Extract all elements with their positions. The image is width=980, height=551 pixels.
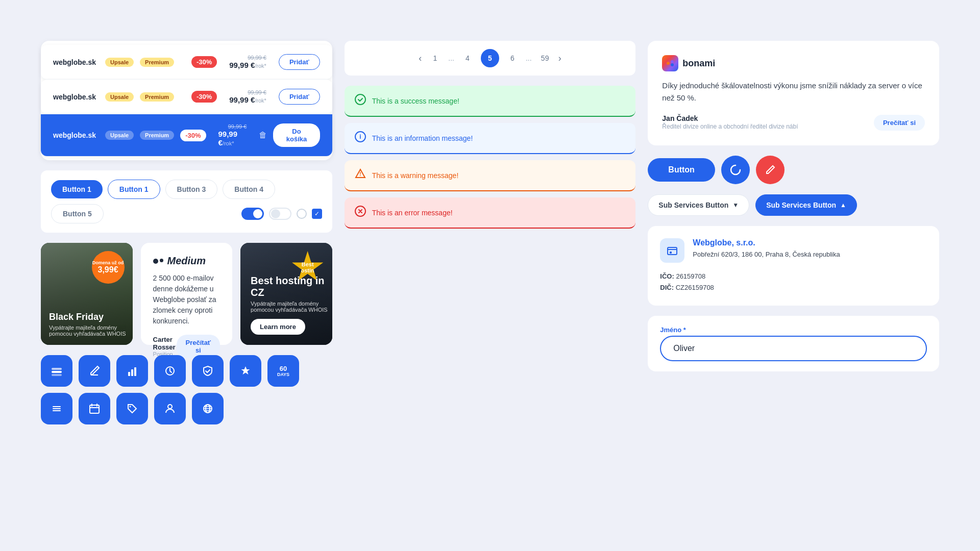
chevron-down-icon-2: ▲ <box>840 202 846 209</box>
icon-shield-check[interactable] <box>192 355 224 387</box>
edit-btn[interactable] <box>756 156 785 184</box>
discount-badge-1: -30% <box>191 56 217 68</box>
toggle-on[interactable] <box>241 208 264 220</box>
radio-unchecked[interactable] <box>297 209 307 219</box>
svg-point-21 <box>671 60 674 63</box>
premium-badge-3: Premium <box>140 131 174 140</box>
checkbox-checked[interactable]: ✓ <box>312 209 322 219</box>
bf-text: Black Friday Vypátrajte majiteľa domény … <box>49 312 133 337</box>
sub-services-row: Sub Services Button ▼ Sub Services Butto… <box>648 194 939 216</box>
medium-dot-1 <box>153 259 158 264</box>
loading-btn[interactable] <box>721 156 750 184</box>
svg-rect-23 <box>668 247 677 255</box>
medium-dot-2 <box>160 259 163 262</box>
discount-badge-2: -30% <box>191 91 217 103</box>
svg-rect-7 <box>53 406 61 407</box>
mid-column: ‹ 1 ... 4 5 6 ... 59 › This is a success… <box>345 41 636 229</box>
button-1-primary[interactable]: Button 1 <box>51 180 103 198</box>
buttons-panel: Button 1 Button 1 Button 3 Button 4 Butt… <box>41 170 332 233</box>
medium-wordmark: Medium <box>167 255 206 267</box>
cart-button[interactable]: Do košíka <box>273 123 320 147</box>
svg-rect-0 <box>52 371 62 373</box>
page-btn-6[interactable]: 6 <box>503 49 522 67</box>
svg-rect-1 <box>52 368 62 370</box>
button-3[interactable]: Button 3 <box>165 180 218 199</box>
company-icon <box>660 238 684 263</box>
bf-price-badge: Domena už od 3,99€ <box>92 251 125 284</box>
alert-info: i This is an information message! <box>345 123 636 154</box>
alert-error: This is an error message! <box>345 197 636 229</box>
primary-action-btn[interactable]: Button <box>648 158 715 182</box>
price-current-2: 99,99 €/rok* <box>229 95 266 104</box>
svg-rect-9 <box>53 410 61 411</box>
icon-menu[interactable] <box>41 393 72 424</box>
page-btn-4[interactable]: 4 <box>458 49 477 67</box>
pagination-next[interactable]: › <box>558 53 561 64</box>
dic-label: DIČ: <box>660 284 674 291</box>
page-btn-59[interactable]: 59 <box>536 49 554 67</box>
product-name-3: webglobe.sk <box>53 131 99 139</box>
page-btn-1[interactable]: 1 <box>426 49 444 67</box>
icon-tag[interactable] <box>116 393 148 424</box>
icon-pen[interactable] <box>79 355 110 387</box>
price-original-3: 99,99 € <box>228 123 247 130</box>
page-btn-5-active[interactable]: 5 <box>481 49 499 67</box>
icon-layers[interactable] <box>41 355 72 387</box>
testimonial-author-name: Jan Čadek <box>662 114 798 122</box>
medium-author-name: Carter Rosser <box>153 336 177 351</box>
company-card: Webglobe, s.r.o. Pobřežní 620/3, 186 00,… <box>648 226 939 306</box>
svg-text:!: ! <box>359 171 361 177</box>
learn-more-btn[interactable]: Learn more <box>251 319 305 335</box>
icon-star[interactable] <box>230 355 261 387</box>
icons-row: 60 DAYS <box>41 355 332 424</box>
add-button-1[interactable]: Pridať <box>279 54 320 70</box>
sub-service-btn-2[interactable]: Sub Services Button ▲ <box>755 194 857 216</box>
premium-badge-1: Premium <box>140 58 174 67</box>
trash-icon[interactable]: 🗑 <box>259 131 267 140</box>
pagination-prev[interactable]: ‹ <box>419 53 422 64</box>
testimonial-read-btn[interactable]: Prečítať si <box>874 115 925 131</box>
button-4[interactable]: Button 4 <box>223 180 275 199</box>
svg-rect-2 <box>52 374 62 376</box>
main-container: webglobe.sk Upsale Premium -30% 99,99 € … <box>0 0 980 445</box>
product-row-1: webglobe.sk Upsale Premium -30% 99,99 € … <box>41 45 332 80</box>
left-column: webglobe.sk Upsale Premium -30% 99,99 € … <box>41 41 332 424</box>
icon-clock[interactable] <box>154 355 186 387</box>
company-dic: DIČ: CZ26159708 <box>660 282 927 293</box>
testimonial-author: Jan Čadek Ředitel divize online a obchod… <box>662 114 798 131</box>
name-input[interactable] <box>660 336 927 361</box>
button-1-outline[interactable]: Button 1 <box>108 180 160 199</box>
medium-author: Carter Rosser Position <box>153 336 177 357</box>
product-row-3: webglobe.sk Upsale Premium -30% 99,99 € … <box>41 114 332 156</box>
upsale-badge-2: Upsale <box>105 92 134 102</box>
success-icon <box>355 94 366 108</box>
error-message: This is an error message! <box>372 209 453 217</box>
icon-calendar[interactable] <box>79 393 110 424</box>
button-5[interactable]: Button 5 <box>51 204 104 223</box>
black-friday-card: Domena už od 3,99€ Black Friday Vypátraj… <box>41 243 133 345</box>
svg-point-15 <box>355 94 365 105</box>
page-dots-2: ... <box>526 54 532 62</box>
sub-service-btn-1[interactable]: Sub Services Button ▼ <box>648 194 749 216</box>
dic-value: CZ26159708 <box>676 284 714 291</box>
company-address: Pobřežní 620/3, 186 00, Praha 8, Česká r… <box>693 249 840 260</box>
upsale-badge-3: Upsale <box>105 131 134 140</box>
hosting-card: Best hosting Best hosting in CZ Vypátraj… <box>240 243 332 345</box>
premium-badge-2: Premium <box>140 92 174 102</box>
icon-globe[interactable] <box>192 393 224 424</box>
company-details: IČO: 26159708 DIČ: CZ26159708 <box>660 271 927 293</box>
toggle-off[interactable] <box>269 208 291 220</box>
add-button-2[interactable]: Pridať <box>279 89 320 105</box>
bonami-name: bonami <box>682 58 715 69</box>
icon-60days[interactable]: 60 DAYS <box>267 355 299 387</box>
product-name-1: webglobe.sk <box>53 58 99 66</box>
svg-text:i: i <box>359 133 361 140</box>
icon-user[interactable] <box>154 393 186 424</box>
input-group: Jméno * <box>648 316 939 371</box>
testimonial-footer: Jan Čadek Ředitel divize online a obchod… <box>662 114 925 131</box>
icon-chart[interactable] <box>116 355 148 387</box>
svg-rect-10 <box>90 405 99 413</box>
company-header: Webglobe, s.r.o. Pobřežní 620/3, 186 00,… <box>660 238 927 263</box>
testimonial-card: bonami Díky jednoduché škálovatelnosti v… <box>648 41 939 145</box>
price-original-1: 99,99 € <box>248 55 266 61</box>
